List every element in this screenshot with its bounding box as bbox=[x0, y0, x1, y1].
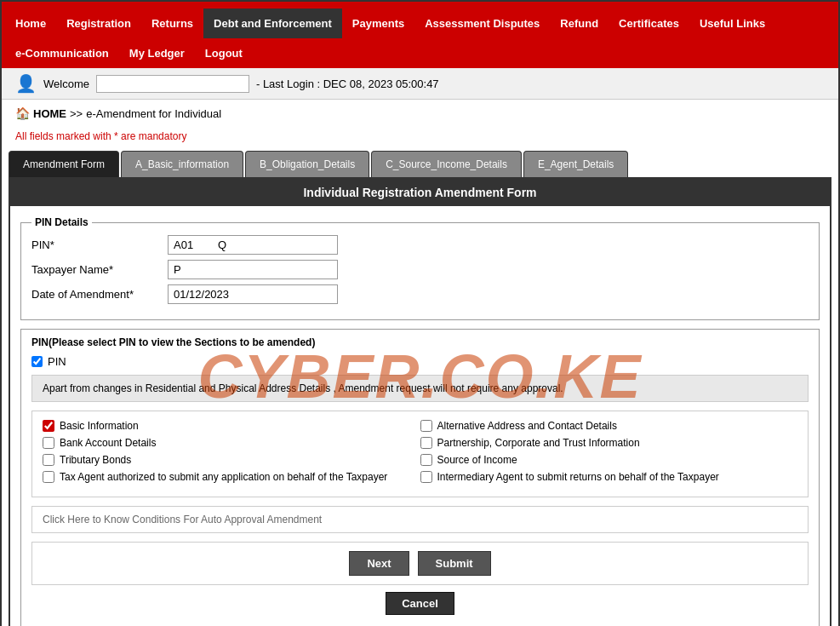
username-input[interactable] bbox=[96, 75, 249, 93]
checkbox-basic-info-label: Basic Information bbox=[60, 420, 139, 432]
checkbox-cell-basic-info: Basic Information bbox=[43, 420, 420, 432]
pin-input[interactable] bbox=[168, 235, 338, 255]
next-button[interactable]: Next bbox=[349, 551, 409, 576]
form-body: PIN Details PIN* Taxpayer Name* Date of … bbox=[10, 206, 830, 626]
tabs-row: Amendment Form A_Basic_information B_Obl… bbox=[2, 151, 838, 177]
checkbox-row-2: Bank Account Details Partnership, Corpor… bbox=[43, 437, 797, 449]
checkbox-cell-source-income: Source of Income bbox=[420, 454, 798, 466]
doa-input[interactable] bbox=[168, 284, 338, 304]
checkbox-source-income-label: Source of Income bbox=[437, 454, 517, 466]
pin-checkbox-row: PIN bbox=[31, 355, 809, 368]
checkbox-cell-partnership: Partnership, Corporate and Trust Informa… bbox=[420, 437, 798, 449]
checkbox-partnership[interactable] bbox=[420, 437, 432, 449]
checkbox-partnership-label: Partnership, Corporate and Trust Informa… bbox=[437, 437, 640, 449]
nav-my-ledger[interactable]: My Ledger bbox=[119, 38, 195, 68]
checkbox-cell-tributary: Tributary Bonds bbox=[43, 454, 420, 466]
mandatory-note: All fields marked with * are mandatory bbox=[2, 127, 838, 151]
nav-logout[interactable]: Logout bbox=[195, 38, 253, 68]
content-area: CYBER.CO.KE 🏠 HOME >> e-Amendment for In… bbox=[2, 100, 838, 626]
pin-row: PIN* bbox=[31, 235, 809, 255]
cancel-button[interactable]: Cancel bbox=[386, 592, 454, 615]
doa-label: Date of Amendment* bbox=[31, 288, 168, 301]
checkbox-tax-agent-label: Tax Agent authorized to submit any appli… bbox=[60, 471, 387, 483]
pin-section: PIN(Please select PIN to view the Sectio… bbox=[20, 329, 820, 626]
action-row: Next Submit bbox=[31, 542, 809, 585]
form-title: Individual Registration Amendment Form bbox=[10, 179, 830, 206]
doa-row: Date of Amendment* bbox=[31, 284, 809, 304]
cancel-row: Cancel bbox=[31, 592, 809, 622]
pin-details-legend: PIN Details bbox=[31, 216, 92, 228]
checkbox-cell-intermediary: Intermediary Agent to submit returns on … bbox=[420, 471, 798, 483]
nav-registration[interactable]: Registration bbox=[56, 9, 141, 38]
checkbox-cell-bank: Bank Account Details bbox=[43, 437, 420, 449]
tab-basic-info[interactable]: A_Basic_information bbox=[121, 151, 243, 177]
breadcrumb-separator: >> bbox=[70, 107, 83, 120]
breadcrumb-current: e-Amendment for Individual bbox=[86, 107, 221, 120]
breadcrumb: 🏠 HOME >> e-Amendment for Individual bbox=[2, 100, 838, 127]
taxpayer-label: Taxpayer Name* bbox=[31, 263, 168, 276]
tab-source-income[interactable]: C_Source_Income_Details bbox=[371, 151, 522, 177]
checkbox-cell-alt-address: Alternative Address and Contact Details bbox=[420, 420, 798, 432]
checkbox-tributary-label: Tributary Bonds bbox=[60, 454, 131, 466]
taxpayer-row: Taxpayer Name* bbox=[31, 260, 809, 279]
pin-checkbox[interactable] bbox=[31, 356, 43, 367]
pin-section-legend: PIN(Please select PIN to view the Sectio… bbox=[31, 336, 809, 348]
checkbox-source-income[interactable] bbox=[420, 454, 432, 466]
nav-useful-links[interactable]: Useful Links bbox=[689, 9, 775, 38]
nav-refund[interactable]: Refund bbox=[550, 9, 609, 38]
checkbox-basic-info[interactable] bbox=[43, 420, 54, 432]
form-container: Individual Registration Amendment Form P… bbox=[9, 177, 831, 626]
checkbox-intermediary[interactable] bbox=[420, 471, 432, 483]
tab-amendment-form[interactable]: Amendment Form bbox=[9, 151, 119, 177]
nav-home[interactable]: Home bbox=[5, 9, 56, 38]
nav-debt-enforcement[interactable]: Debt and Enforcement bbox=[203, 9, 342, 38]
checkbox-grid: Basic Information Alternative Address an… bbox=[31, 411, 809, 497]
pin-details-fieldset: PIN Details PIN* Taxpayer Name* Date of … bbox=[20, 216, 820, 320]
checkbox-bank[interactable] bbox=[43, 437, 54, 449]
nav-e-communication[interactable]: e-Communication bbox=[5, 38, 119, 68]
nav-assessment-disputes[interactable]: Assessment Disputes bbox=[414, 9, 550, 38]
checkbox-row-1: Basic Information Alternative Address an… bbox=[43, 420, 797, 432]
nav-bar-row1: Home Registration Returns Debt and Enfor… bbox=[2, 9, 838, 38]
checkbox-tax-agent[interactable] bbox=[43, 471, 54, 483]
nav-bar-row2: e-Communication My Ledger Logout bbox=[2, 38, 838, 68]
nav-payments[interactable]: Payments bbox=[342, 9, 414, 38]
avatar-icon: 👤 bbox=[15, 73, 37, 94]
checkbox-alt-address[interactable] bbox=[420, 420, 432, 432]
checkbox-intermediary-label: Intermediary Agent to submit returns on … bbox=[437, 471, 719, 483]
checkbox-row-3: Tributary Bonds Source of Income bbox=[43, 454, 797, 466]
checkbox-bank-label: Bank Account Details bbox=[60, 437, 156, 449]
taxpayer-input[interactable] bbox=[168, 260, 338, 279]
checkbox-tributary[interactable] bbox=[43, 454, 54, 466]
welcome-label: Welcome bbox=[43, 78, 89, 90]
submit-button[interactable]: Submit bbox=[418, 551, 491, 576]
nav-returns[interactable]: Returns bbox=[141, 9, 203, 38]
pin-label: PIN* bbox=[31, 238, 168, 251]
last-login-text: - Last Login : DEC 08, 2023 05:00:47 bbox=[256, 78, 439, 90]
nav-certificates[interactable]: Certificates bbox=[609, 9, 689, 38]
pin-checkbox-label: PIN bbox=[48, 355, 66, 368]
checkbox-row-4: Tax Agent authorized to submit any appli… bbox=[43, 471, 797, 483]
tab-agent-details[interactable]: E_Agent_Details bbox=[523, 151, 628, 177]
checkbox-cell-tax-agent: Tax Agent authorized to submit any appli… bbox=[43, 471, 420, 483]
info-box: Apart from changes in Residential and Ph… bbox=[31, 375, 809, 402]
tab-obligation-details[interactable]: B_Obligation_Details bbox=[245, 151, 369, 177]
checkbox-alt-address-label: Alternative Address and Contact Details bbox=[437, 420, 617, 432]
home-icon: 🏠 bbox=[15, 106, 30, 120]
welcome-bar: 👤 Welcome - Last Login : DEC 08, 2023 05… bbox=[2, 68, 838, 100]
breadcrumb-home[interactable]: HOME bbox=[33, 107, 66, 120]
auto-approval-box[interactable]: Click Here to Know Conditions For Auto A… bbox=[31, 506, 809, 533]
